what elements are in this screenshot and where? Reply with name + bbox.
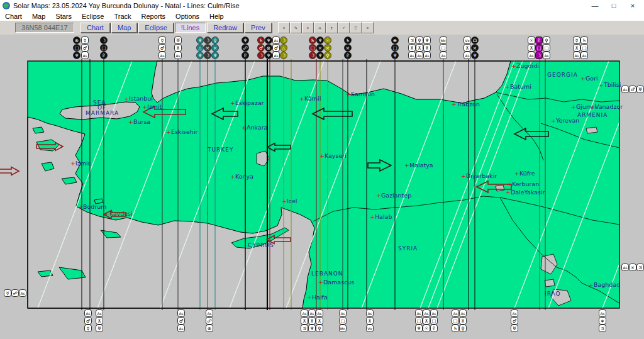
city-label: +Icel <box>282 197 297 204</box>
menu-track[interactable]: Track <box>109 13 136 20</box>
svg-text:As: As <box>302 311 306 316</box>
svg-text:As: As <box>160 53 164 58</box>
city-label: +Tbilisi <box>599 81 621 88</box>
toolbar-button-eclipse[interactable]: Eclipse <box>138 23 173 33</box>
pin-icon-button[interactable] <box>326 22 338 33</box>
zoom-icon-button[interactable] <box>290 22 302 33</box>
report-icon-button[interactable] <box>350 22 362 33</box>
svg-text:♀: ♀ <box>326 53 330 58</box>
svg-text:⊼: ⊼ <box>461 318 465 324</box>
svg-text:Mc: Mc <box>340 326 345 331</box>
window-controls: —□× <box>590 2 638 9</box>
city-label: +Bursa <box>128 118 150 125</box>
svg-text:As: As <box>623 87 627 92</box>
menu-map[interactable]: Map <box>27 13 50 20</box>
svg-text:♀: ♀ <box>213 38 217 43</box>
svg-text:⊗: ⊗ <box>75 38 79 43</box>
city-label: +Gori <box>580 75 598 82</box>
menu-stars[interactable]: Stars <box>50 13 77 20</box>
svg-text:□: □ <box>536 45 541 51</box>
city-label: +Halab <box>370 213 392 220</box>
city-label: +Baghdad <box>589 281 620 288</box>
city-label: +Yerevan <box>551 117 579 124</box>
svg-text:♆: ♆ <box>267 53 271 58</box>
svg-text:⊗: ⊗ <box>208 326 211 331</box>
svg-text:As: As <box>441 53 445 58</box>
crosshair-icon-button[interactable] <box>338 22 350 33</box>
toolbar-button-chart[interactable]: Chart <box>80 23 110 33</box>
maximize-button[interactable]: □ <box>609 2 619 9</box>
svg-text:×: × <box>326 45 330 51</box>
svg-text:As: As <box>460 311 465 316</box>
svg-text:As: As <box>417 53 421 58</box>
svg-text:△: △ <box>282 45 286 51</box>
svg-text:Vx: Vx <box>367 326 372 331</box>
svg-text:♆: ♆ <box>75 53 79 58</box>
svg-text:△: △ <box>198 45 202 51</box>
svg-text:☿: ☿ <box>6 291 9 296</box>
svg-text:♂: ♂ <box>179 318 184 324</box>
svg-text:♃: ♃ <box>638 265 643 270</box>
toolbar-button-map[interactable]: Map <box>111 23 137 33</box>
svg-text:⊼: ⊼ <box>176 45 180 51</box>
city-label: +Gaziantep <box>376 192 411 199</box>
svg-text:♄: ♄ <box>453 326 458 331</box>
menu-reports[interactable]: Reports <box>136 13 171 20</box>
svg-text:⊼: ⊼ <box>418 45 421 51</box>
svg-text:As: As <box>544 53 548 58</box>
svg-text:♃: ♃ <box>410 38 414 43</box>
minimize-button[interactable]: — <box>590 2 600 9</box>
menu-options[interactable]: Options <box>170 13 204 20</box>
svg-text:♄: ♄ <box>311 38 315 43</box>
svg-text:□: □ <box>453 318 457 324</box>
toolbar-buttons: ChartMapEclipse!LinesRedrawPrev <box>80 23 273 33</box>
svg-text:⊗: ⊗ <box>267 45 270 51</box>
svg-text:♂: ♂ <box>86 318 91 324</box>
menu-chart[interactable]: Chart <box>0 13 27 20</box>
app-icon <box>2 1 11 10</box>
city-label: +Haifa <box>307 294 328 301</box>
region-label: TURKEY <box>207 147 233 153</box>
svg-text:As: As <box>274 38 278 43</box>
toolbar-button-redraw[interactable]: Redraw <box>207 23 243 33</box>
svg-text:⊼: ⊼ <box>575 45 579 51</box>
svg-text:□: □ <box>441 45 445 51</box>
svg-text:♆: ♆ <box>243 38 248 43</box>
toolbar-button-lines[interactable]: !Lines <box>175 23 206 33</box>
svg-text:As: As <box>425 53 429 58</box>
menu-help[interactable]: Help <box>204 13 229 20</box>
menu-eclipse[interactable]: Eclipse <box>77 13 109 20</box>
map-area[interactable]: SEAOFMARMARATURKEYSYRIALEBANONCYPRUSGEOR… <box>0 35 644 339</box>
svg-text:□: □ <box>392 45 397 51</box>
svg-text:□: □ <box>74 45 79 51</box>
svg-text:As: As <box>453 311 457 316</box>
region-label: SYRIA <box>398 245 418 252</box>
lake-shape <box>545 279 555 287</box>
svg-text:♂: ♂ <box>160 45 165 51</box>
city-label: +Samsun <box>346 91 375 97</box>
svg-text:As: As <box>465 53 469 58</box>
measure-icon-button[interactable] <box>278 22 290 33</box>
svg-text:⊼: ⊼ <box>318 318 321 324</box>
coordinates-display: 36N58 044E17 <box>15 23 74 33</box>
svg-text:♃: ♃ <box>601 326 605 331</box>
lake-shape <box>496 185 504 191</box>
svg-text:⊼: ⊼ <box>530 45 533 51</box>
astro-map-svg[interactable]: SEAOFMARMARATURKEYSYRIALEBANONCYPRUSGEOR… <box>0 35 644 339</box>
star-icon-button[interactable] <box>362 22 374 33</box>
svg-text:×: × <box>213 45 217 51</box>
svg-text:♀: ♀ <box>318 326 321 331</box>
title-bar: Solar Maps: 23.05.2024 Yay Burcunda Dolu… <box>0 0 644 11</box>
svg-text:As: As <box>179 311 183 316</box>
svg-text:⊼: ⊼ <box>425 318 428 324</box>
cut-icon-button[interactable] <box>314 22 326 33</box>
close-button[interactable]: × <box>628 2 638 9</box>
svg-text:As: As <box>416 311 421 316</box>
svg-text:☽: ☽ <box>259 53 264 58</box>
svg-text:□: □ <box>340 318 345 324</box>
svg-text:☍: ☍ <box>207 318 212 324</box>
city-label: +Küfre <box>514 170 535 177</box>
svg-text:☉: ☉ <box>425 326 429 331</box>
pan-icon-button[interactable] <box>302 22 314 33</box>
toolbar-button-prev[interactable]: Prev <box>245 23 272 33</box>
